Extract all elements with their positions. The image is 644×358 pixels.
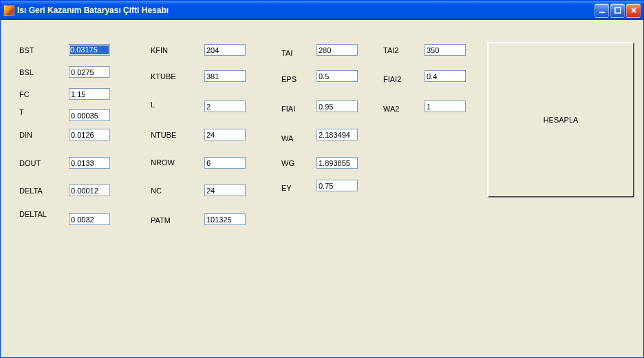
label-wa: WA bbox=[281, 133, 293, 144]
label-l: L bbox=[151, 99, 155, 110]
label-fc: FC bbox=[19, 89, 30, 100]
input-wg[interactable] bbox=[316, 157, 358, 169]
input-ntube[interactable] bbox=[204, 129, 246, 140]
input-bsl[interactable] bbox=[69, 66, 110, 78]
input-l[interactable] bbox=[204, 101, 246, 112]
maximize-icon bbox=[614, 7, 621, 14]
input-delta[interactable] bbox=[69, 185, 110, 196]
close-button[interactable] bbox=[626, 3, 641, 18]
close-icon bbox=[630, 7, 637, 14]
input-din[interactable] bbox=[69, 129, 110, 140]
input-wa2[interactable] bbox=[425, 101, 466, 112]
input-dout[interactable] bbox=[69, 157, 110, 169]
label-dout: DOUT bbox=[19, 158, 41, 169]
input-fc[interactable] bbox=[69, 88, 110, 100]
titlebar: Isı Geri Kazanım Bataryası Çifti Hesabı bbox=[1, 1, 643, 20]
input-tai[interactable] bbox=[316, 44, 358, 56]
svg-rect-0 bbox=[599, 12, 605, 13]
label-fiai2: FIAI2 bbox=[383, 74, 401, 85]
minimize-icon bbox=[599, 7, 605, 14]
input-eps[interactable] bbox=[316, 70, 358, 82]
label-wa2: WA2 bbox=[383, 103, 399, 114]
input-wa[interactable] bbox=[316, 129, 358, 140]
window-control-buttons bbox=[594, 3, 641, 18]
label-deltal: DELTAL bbox=[19, 209, 47, 220]
label-nc: NC bbox=[151, 185, 162, 196]
label-ey: EY bbox=[281, 182, 292, 193]
input-t[interactable] bbox=[69, 109, 110, 121]
label-din: DIN bbox=[19, 129, 32, 140]
maximize-button[interactable] bbox=[610, 3, 625, 18]
input-ktube[interactable] bbox=[204, 70, 246, 82]
label-nrow: NROW bbox=[151, 157, 175, 168]
input-ey[interactable] bbox=[316, 180, 358, 191]
input-tai2[interactable] bbox=[425, 44, 466, 56]
label-patm: PATM bbox=[151, 215, 171, 226]
label-delta: DELTA bbox=[19, 185, 43, 196]
label-wg: WG bbox=[281, 158, 294, 169]
client-area: BST BSL FC T DIN DOUT DELTA DELTAL 0.031… bbox=[1, 20, 643, 357]
hesapla-button-label: HESAPLA bbox=[544, 116, 579, 124]
label-eps: EPS bbox=[281, 74, 297, 85]
app-window: Isı Geri Kazanım Bataryası Çifti Hesabı … bbox=[0, 0, 644, 358]
label-tai2: TAI2 bbox=[383, 45, 398, 56]
input-nc[interactable] bbox=[204, 185, 246, 196]
window-title: Isı Geri Kazanım Bataryası Çifti Hesabı bbox=[17, 6, 594, 15]
input-deltal[interactable] bbox=[69, 213, 110, 225]
minimize-button[interactable] bbox=[594, 3, 609, 18]
label-tai: TAI bbox=[281, 48, 292, 59]
input-bst[interactable] bbox=[69, 44, 110, 56]
label-bst: BST bbox=[19, 45, 34, 56]
label-t: T bbox=[19, 107, 24, 118]
input-nrow[interactable] bbox=[204, 157, 246, 169]
input-patm[interactable] bbox=[204, 213, 246, 225]
input-kfin[interactable] bbox=[204, 44, 246, 56]
label-bsl: BSL bbox=[19, 67, 34, 78]
svg-rect-1 bbox=[615, 8, 621, 13]
label-kfin: KFIN bbox=[151, 45, 168, 56]
label-fiai: FIAI bbox=[281, 103, 295, 114]
label-ktube: KTUBE bbox=[151, 71, 176, 82]
label-ntube: NTUBE bbox=[151, 129, 176, 140]
app-icon bbox=[3, 5, 14, 16]
input-fiai2[interactable] bbox=[425, 70, 466, 82]
hesapla-button[interactable]: HESAPLA bbox=[487, 42, 634, 198]
input-fiai[interactable] bbox=[316, 101, 358, 112]
